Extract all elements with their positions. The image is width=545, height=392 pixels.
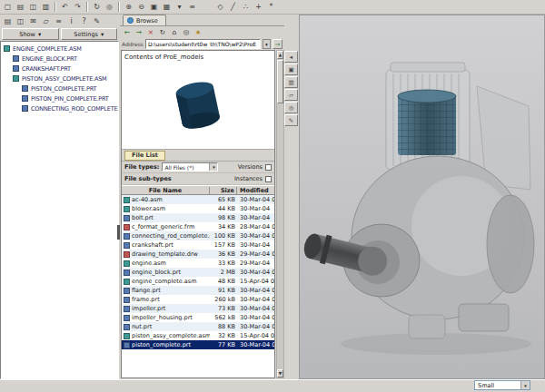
file-table-header: File Name Size Modified bbox=[122, 185, 274, 195]
column-header-modified[interactable]: Modified bbox=[237, 187, 274, 194]
refresh-icon[interactable]: ↻ bbox=[157, 27, 168, 37]
tab-file-list[interactable]: File List bbox=[124, 151, 165, 161]
table-row-selected[interactable]: piston_complete.prt 77 KB 30-Mar-04 07 bbox=[122, 340, 274, 349]
print-icon[interactable]: ▥ bbox=[40, 2, 52, 13]
copy-icon[interactable]: ▱ bbox=[40, 15, 52, 26]
table-row[interactable]: nut.prt 88 KB 30-Mar-04 07 bbox=[122, 322, 274, 331]
saved-views-icon[interactable]: ▾ bbox=[173, 2, 185, 13]
file-size: 44 KB bbox=[210, 205, 237, 212]
file-modified: 30-Mar-04 04 bbox=[237, 232, 274, 240]
table-row[interactable]: ac-40.asm 65 KB 30-Mar-04 07 bbox=[122, 195, 274, 204]
annotate-icon[interactable]: ✎ bbox=[91, 15, 103, 26]
settings-button[interactable]: Settings ▾ bbox=[61, 28, 118, 40]
model-tree: ENGINE_COMPLETE.ASM ENGINE_BLOCK.PRT CRA… bbox=[0, 41, 119, 379]
mail-icon[interactable]: ✉ bbox=[27, 15, 39, 26]
search-icon[interactable]: ◎ bbox=[181, 27, 192, 37]
instances-checkbox[interactable] bbox=[265, 176, 272, 182]
refit-icon[interactable]: ▣ bbox=[148, 2, 160, 13]
redo-icon[interactable]: ↷ bbox=[72, 2, 84, 13]
table-row[interactable]: crankshaft.prt 157 KB 30-Mar-04 bbox=[122, 240, 274, 250]
table-row[interactable]: drawing_template.drw 36 KB 29-Mar-04 07 bbox=[122, 250, 274, 259]
preview-thumbnail bbox=[166, 74, 230, 138]
datum-planes-icon[interactable]: ◇ bbox=[214, 2, 226, 13]
table-row[interactable]: c_format_generic.frm 34 KB 28-Mar-04 04 bbox=[122, 222, 274, 231]
file-name: nut.prt bbox=[132, 323, 210, 330]
table-row[interactable]: blower.asm 44 KB 30-Mar-04 bbox=[122, 204, 274, 213]
forward-icon[interactable]: → bbox=[134, 27, 144, 37]
home-icon[interactable]: ⌂ bbox=[169, 27, 180, 37]
table-row[interactable]: engine.asm 33 KB 29-Mar-04 bbox=[122, 259, 274, 268]
spin-center-icon[interactable]: * bbox=[265, 2, 277, 13]
layers-icon[interactable]: ≡ bbox=[186, 2, 198, 13]
collapse-icon[interactable]: ◂ bbox=[284, 51, 298, 63]
open-folder-icon[interactable]: ▤ bbox=[2, 15, 14, 26]
back-icon[interactable]: ← bbox=[122, 27, 133, 37]
save-icon[interactable]: ◫ bbox=[27, 2, 39, 13]
assembly-file-icon bbox=[124, 197, 130, 203]
tree-item-engine-block[interactable]: ENGINE_BLOCK.PRT bbox=[1, 54, 118, 64]
tree-item-piston-complete[interactable]: PISTON_COMPLETE.PRT bbox=[1, 83, 118, 93]
zoom-in-icon[interactable]: ⊕ bbox=[123, 2, 134, 13]
zoom-out-icon[interactable]: ⊖ bbox=[135, 2, 147, 13]
file-size: 88 KB bbox=[210, 323, 237, 330]
datum-points-icon[interactable]: ∴ bbox=[240, 2, 252, 13]
find-icon[interactable]: ◎ bbox=[284, 102, 298, 113]
part-icon bbox=[13, 55, 19, 62]
browser-scrollbar[interactable]: ▲ ▼ bbox=[276, 50, 284, 378]
tree-item-connecting-rod[interactable]: CONNECTING_ROD_COMPLETE.PRT bbox=[1, 103, 118, 113]
datum-axes-icon[interactable]: ╱ bbox=[227, 2, 239, 13]
table-row[interactable]: connecting_rod_complete.prt 100 KB 30-Ma… bbox=[122, 231, 274, 240]
graphics-viewport[interactable] bbox=[299, 15, 545, 379]
tree-item-piston-assy[interactable]: PISTON_ASSY_COMPLETE.ASM bbox=[1, 74, 118, 83]
drawing-file-icon bbox=[124, 251, 130, 258]
stop-icon[interactable]: × bbox=[145, 27, 156, 37]
tree-item-crankshaft[interactable]: CRANKSHAFT.PRT bbox=[1, 64, 118, 74]
table-row[interactable]: impeller_housing.prt 562 kB 30-Mar-04 04 bbox=[122, 313, 274, 322]
table-row[interactable]: frame.prt 260 kB 30-Mar-04 07 bbox=[122, 295, 274, 304]
repaint-icon[interactable]: ▦ bbox=[161, 2, 173, 13]
file-types-select[interactable]: All Files (*) ▾ bbox=[162, 162, 218, 172]
scroll-up-icon[interactable]: ▲ bbox=[277, 51, 283, 59]
undo-icon[interactable]: ↶ bbox=[59, 2, 71, 13]
tree-item-engine-complete[interactable]: ENGINE_COMPLETE.ASM bbox=[1, 44, 118, 54]
tree-item-piston-pin[interactable]: PISTON_PIN_COMPLETE.PRT bbox=[1, 93, 118, 103]
versions-checkbox[interactable] bbox=[265, 164, 272, 171]
address-dropdown-icon[interactable]: ▾ bbox=[263, 39, 271, 49]
tab-browse[interactable]: Browse bbox=[123, 15, 166, 25]
go-button[interactable]: → bbox=[272, 39, 282, 49]
page-setup-icon[interactable]: ✎ bbox=[284, 114, 298, 126]
csys-icon[interactable]: + bbox=[253, 2, 264, 13]
address-input[interactable] bbox=[145, 39, 261, 49]
status-bar: Small ▾ bbox=[0, 379, 545, 392]
model-tree-icon[interactable]: ≡ bbox=[53, 15, 64, 26]
column-header-name[interactable]: File Name bbox=[122, 187, 210, 194]
info-icon[interactable]: i bbox=[65, 15, 77, 26]
copy-url-icon[interactable]: ▱ bbox=[284, 89, 298, 101]
tree-item-label: ENGINE_COMPLETE.ASM bbox=[13, 45, 82, 53]
search-icon[interactable]: ◎ bbox=[104, 2, 115, 13]
table-row[interactable]: flange.prt 91 KB 30-Mar-04 07 bbox=[122, 286, 274, 295]
column-header-size[interactable]: Size bbox=[210, 187, 237, 194]
help-icon[interactable]: ? bbox=[78, 15, 90, 26]
table-row[interactable]: impeller.prt 73 KB 30-Mar-04 04 bbox=[122, 304, 274, 313]
file-modified: 30-Mar-04 04 bbox=[237, 314, 274, 321]
file-size: 98 KB bbox=[210, 214, 237, 221]
print-page-icon[interactable]: ▥ bbox=[284, 76, 298, 88]
regenerate-icon[interactable]: ↻ bbox=[91, 2, 103, 13]
scroll-down-icon[interactable]: ▼ bbox=[277, 369, 283, 377]
format-file-icon bbox=[124, 224, 130, 230]
table-row[interactable]: engine_block.prt 2 MB 30-Mar-04 07 bbox=[122, 268, 274, 277]
show-button[interactable]: Show ▾ bbox=[2, 28, 59, 40]
table-row[interactable]: piston_assy_complete.asm 32 KB 15-Apr-04… bbox=[122, 331, 274, 340]
open-icon[interactable]: ▤ bbox=[15, 2, 26, 13]
preview-size-select[interactable]: Small ▾ bbox=[474, 380, 530, 390]
file-size: 36 KB bbox=[210, 250, 237, 258]
table-row[interactable]: bolt.prt 98 KB 30-Mar-04 bbox=[122, 213, 274, 222]
save-copy-icon[interactable]: ◫ bbox=[15, 15, 26, 26]
file-size: 33 KB bbox=[210, 260, 237, 267]
scrollbar-thumb[interactable] bbox=[277, 60, 283, 103]
new-window-icon[interactable]: ▣ bbox=[284, 64, 298, 75]
new-file-icon[interactable]: ▢ bbox=[2, 2, 14, 13]
favorites-icon[interactable]: ★ bbox=[193, 27, 203, 37]
table-row[interactable]: engine_complete.asm 48 KB 15-Apr-04 04 bbox=[122, 277, 274, 286]
